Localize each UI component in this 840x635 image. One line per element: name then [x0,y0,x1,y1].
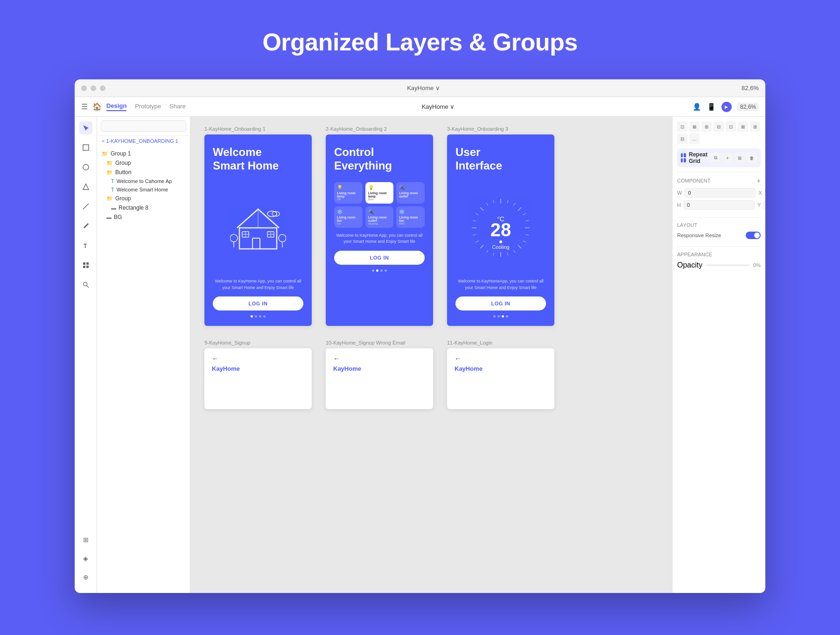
y-label: Y [757,202,761,208]
brand-1: KayHome [212,365,304,372]
title-bar: KayHome ∨ 82,6% [75,79,765,97]
opacity-slider[interactable] [706,264,749,266]
rg-copy-btn[interactable]: ⧉ [710,153,721,163]
layer-item-rect8[interactable]: ▬ Rectangle 8 [97,203,190,212]
canvas-area[interactable]: 1-KayHome_Onboarding 1 WelcomeSmart Home [190,117,672,593]
ellipse-tool[interactable] [79,161,92,174]
align-middle-btn[interactable]: ⊠ [738,121,748,132]
more-align-btn[interactable]: … [689,134,700,144]
plugins-icon[interactable]: ⊕ [79,571,92,584]
back-arrow-2[interactable]: ← [333,355,426,362]
y-input[interactable] [763,200,765,210]
width-input[interactable] [685,188,756,198]
tile-5[interactable]: 🔌 Living room outlet Heating... [365,206,394,228]
svg-marker-2 [83,184,89,190]
svg-text:Cooling: Cooling [492,244,509,250]
zoom-badge[interactable]: 82,6% [737,103,759,111]
distribute-h-btn[interactable]: ⊟ [714,121,724,132]
layer-item-text1[interactable]: T Welcome to Cahome Ap [97,177,190,185]
brand-2: KayHome [333,365,426,372]
svg-rect-12 [252,238,260,249]
tile-2[interactable]: 💡 Living room lamp 80% [365,182,394,204]
svg-line-38 [493,253,494,256]
layer-item-group2[interactable]: 📁 Group [97,158,190,168]
tile-6[interactable]: ❄️ Living room fan 80% [396,206,425,228]
triangle-tool[interactable] [79,180,92,193]
screen-login-1: ← KayHome [447,348,554,409]
align-right-btn[interactable]: ⊞ [701,121,712,132]
breadcrumb[interactable]: < 1-KAYHOME_ONBOARDING 1 [97,136,190,146]
height-input[interactable] [684,200,755,210]
layers-search: All Items [97,117,190,136]
back-arrow-1[interactable]: ← [212,355,304,362]
svg-line-3 [83,204,89,209]
search-tool[interactable] [79,278,92,291]
home-icon[interactable]: 🏠 [92,102,102,111]
layer-item-text2[interactable]: T Welcome Smart Home [97,185,190,194]
tab-prototype[interactable]: Prototype [135,103,161,111]
frame-label-signup2: 10-KayHome_Signup Wrong Email [326,340,433,346]
align-left-btn[interactable]: ⊡ [677,121,687,132]
frame-label-2: 2-KayHome_Onboarding 2 [326,126,433,132]
component-tool[interactable] [79,259,92,272]
layer-item-bg[interactable]: ▬ BG [97,212,190,222]
close-btn[interactable] [100,85,105,91]
svg-line-33 [523,240,526,242]
height-row: H Y [677,200,761,210]
title-bar-right: 82,6% [742,85,759,92]
opacity-value: 0% [753,262,761,268]
rectangle-tool[interactable] [79,141,92,154]
rg-add-btn[interactable]: + [722,153,733,163]
assets-icon[interactable]: ◈ [79,552,92,565]
svg-rect-8 [86,266,89,268]
search-input[interactable]: All Items [101,120,186,132]
repeat-grid-icon [681,153,686,162]
text-tool[interactable]: T [79,239,92,252]
svg-rect-6 [86,262,89,265]
svg-line-42 [473,234,476,235]
select-tool[interactable] [79,121,92,134]
pen-tool[interactable] [79,219,92,233]
align-bottom-btn[interactable]: ⊞ [750,121,760,132]
tile-3[interactable]: 🔌 Living room outlet [396,182,425,204]
screen2-login[interactable]: LOG IN [334,251,425,265]
tile-4[interactable]: ❄️ Living room fan On [334,206,363,228]
maximize-btn[interactable] [91,85,96,91]
responsive-toggle[interactable] [746,232,761,239]
rg-delete-btn[interactable]: 🗑 [747,153,757,163]
frame-label-3: 3-KayHome_Onboarding 3 [447,126,554,132]
play-btn[interactable]: ▶ [721,102,732,112]
svg-line-34 [518,245,521,248]
rg-more-btn[interactable]: ⊞ [735,153,745,163]
user-icon[interactable]: 👤 [693,103,701,111]
canvas-title: KayHome ∨ [422,103,455,110]
component-add-btn[interactable]: + [757,177,761,184]
minimize-btn[interactable] [81,85,87,91]
back-arrow-3[interactable]: ← [455,355,547,362]
line-tool[interactable] [79,200,92,213]
screen3-login[interactable]: LOG IN [455,296,546,310]
distribute-v-btn[interactable]: ⊟ [677,134,687,144]
frame-label-1: 1-KayHome_Onboarding 1 [204,126,312,132]
hamburger-icon[interactable]: ☰ [81,102,88,111]
svg-point-19 [230,234,238,242]
layout-title: LAYOUT [677,222,761,228]
tab-share[interactable]: Share [169,103,186,111]
align-top-btn[interactable]: ⊡ [726,121,736,132]
layer-item-group3[interactable]: 📁 Group [97,194,190,203]
opacity-label: Opacity [677,261,702,269]
svg-line-46 [480,207,483,211]
x-input[interactable] [765,188,765,198]
screen1-login[interactable]: LOG IN [213,296,303,310]
svg-line-39 [486,250,488,253]
layer-item-button[interactable]: 📁 Button [97,168,190,177]
device-icon[interactable]: 📱 [707,103,716,111]
tile-1[interactable]: 💡 Living room lamp Off [334,182,363,204]
layer-item-group1[interactable]: 📁 Group 1 [97,149,190,158]
layers-icon[interactable]: ⊞ [79,533,92,546]
screen-thermostat: UserInterface [447,134,554,326]
svg-line-41 [476,240,478,242]
tab-design[interactable]: Design [106,102,126,111]
align-center-btn[interactable]: ⊠ [689,121,700,132]
screen3-desc: Welcome to KayHomeApp, you can control a… [455,278,546,291]
